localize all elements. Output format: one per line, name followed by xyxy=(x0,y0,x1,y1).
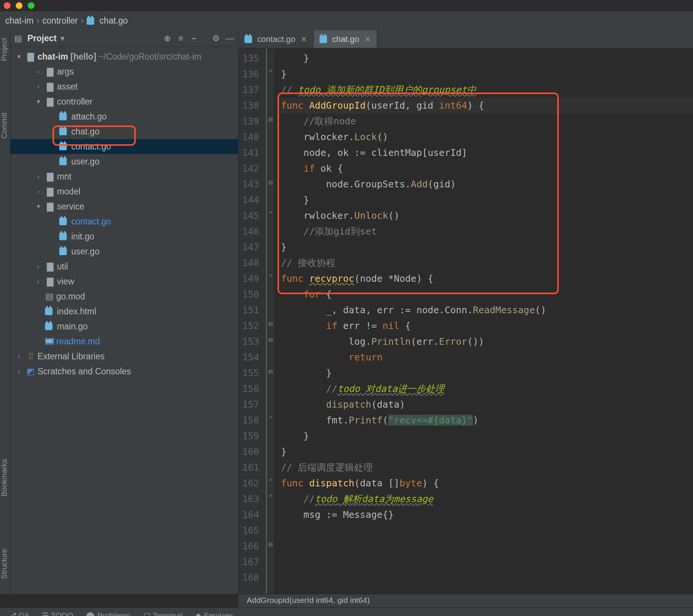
folder-icon: ▇ xyxy=(26,52,35,62)
tree-main[interactable]: main.go xyxy=(10,319,238,334)
chevron-down-icon[interactable]: ▾ xyxy=(33,97,44,106)
md-file-icon: MD xyxy=(45,338,54,345)
go-file-icon xyxy=(59,218,67,225)
bottom-terminal[interactable]: ▢ Terminal xyxy=(143,611,183,616)
chevron-down-icon[interactable]: ▾ xyxy=(14,52,24,61)
chevron-down-icon[interactable]: ▾ xyxy=(60,34,64,43)
chevron-down-icon[interactable]: ▾ xyxy=(33,202,44,211)
tree-gomod[interactable]: ▤go.mod xyxy=(10,289,238,304)
chevron-right-icon[interactable]: › xyxy=(33,188,44,196)
chevron-right-icon[interactable]: › xyxy=(14,353,24,360)
chevron-right-icon[interactable]: › xyxy=(33,263,44,271)
bottom-git[interactable]: ⎇ Git xyxy=(8,611,29,616)
go-file-icon xyxy=(87,17,94,25)
bottom-todo[interactable]: ☰ TODO xyxy=(42,611,74,616)
min-dot[interactable] xyxy=(16,2,22,9)
bottom-services[interactable]: ◆ Services xyxy=(195,611,234,616)
fold-column: ⌃⊟⊟⌃⌃⊟⊟⊟⌃⌃⌃⊟ xyxy=(266,48,274,594)
tree-label: go.mod xyxy=(56,292,85,302)
crumb-root[interactable]: chat-im xyxy=(5,16,33,26)
rail-project[interactable]: Project xyxy=(0,38,9,61)
code-area[interactable]: 1351361371381391401411421431441451461471… xyxy=(238,48,693,594)
tree-index[interactable]: index.html xyxy=(10,304,238,319)
gear-icon[interactable]: ⚙ xyxy=(211,34,221,43)
tree-label: chat.go xyxy=(71,127,99,137)
tree-model[interactable]: ›▇model xyxy=(10,184,238,199)
tree-label: External Libraries xyxy=(38,351,105,362)
tree-chat[interactable]: chat.go xyxy=(10,124,238,139)
main-layout: Project Commit Bookmarks Structure ▤ Pro… xyxy=(0,30,693,594)
close-icon[interactable]: ✕ xyxy=(364,35,371,44)
locate-icon[interactable]: ⊕ xyxy=(162,34,172,43)
chevron-right-icon[interactable]: › xyxy=(33,83,44,91)
tree-contact[interactable]: contact.go xyxy=(10,139,238,154)
rail-structure[interactable]: Structure xyxy=(0,549,9,579)
tree-service[interactable]: ▾▇service xyxy=(10,199,238,214)
tree-svc-init[interactable]: init.go xyxy=(10,229,238,244)
panel-icon: ▤ xyxy=(14,34,22,43)
tree-svc-user[interactable]: user.go xyxy=(10,244,238,259)
go-file-icon xyxy=(59,143,67,150)
tree-label: util xyxy=(57,262,68,272)
tree-label: main.go xyxy=(57,321,88,332)
tab-chat[interactable]: chat.go✕ xyxy=(314,30,377,48)
crumb-file[interactable]: chat.go xyxy=(99,16,128,26)
tree-label: chat-im xyxy=(38,52,68,62)
tree-mnt[interactable]: ›▇mnt xyxy=(10,169,238,184)
collapse-all-icon[interactable]: ⫟ xyxy=(189,34,199,43)
left-toolwindow-rail: Project Commit Bookmarks Structure xyxy=(0,30,10,594)
tree-label: Scratches and Consoles xyxy=(38,366,131,377)
folder-icon: ▇ xyxy=(46,187,55,197)
tree-svc-contact[interactable]: contact.go xyxy=(10,214,238,229)
library-icon: ⦙⦙⦙ xyxy=(26,351,35,362)
gutter: 1351361371381391401411421431441451461471… xyxy=(238,48,266,594)
hide-icon[interactable]: — xyxy=(225,34,234,43)
tab-contact[interactable]: contact.go✕ xyxy=(238,30,314,48)
close-dot[interactable] xyxy=(4,2,10,9)
tree-user[interactable]: user.go xyxy=(10,154,238,169)
tree-view[interactable]: ›▇view xyxy=(10,274,238,289)
tree-label: asset xyxy=(57,82,78,92)
tree-scratch[interactable]: ›◩Scratches and Consoles xyxy=(10,364,238,379)
go-file-icon xyxy=(59,158,67,165)
folder-icon: ▇ xyxy=(46,67,55,77)
tree-args[interactable]: ›▇args xyxy=(10,64,238,79)
go-file-icon xyxy=(59,233,67,240)
chevron-right-icon[interactable]: › xyxy=(33,173,44,181)
expand-all-icon[interactable]: ≡ xyxy=(176,34,186,43)
tree-label: mnt xyxy=(57,172,71,182)
tree-root[interactable]: ▾▇ chat-im [hello] ~/Code/goRoot/src/cha… xyxy=(10,49,238,64)
tab-label: chat.go xyxy=(332,34,359,44)
tree-readme[interactable]: MDreadme.md xyxy=(10,334,238,349)
go-file-icon xyxy=(45,323,52,330)
chevron-right-icon[interactable]: › xyxy=(33,278,44,286)
tree-extlib[interactable]: ›⦙⦙⦙External Libraries xyxy=(10,349,238,364)
bottom-problems[interactable]: ⬤ Problems xyxy=(86,611,130,616)
crumb-controller[interactable]: controller xyxy=(42,16,78,26)
code-lines[interactable]: } } // todo 添加新的群ID到用户的groupset中 func Ad… xyxy=(274,48,693,594)
close-icon[interactable]: ✕ xyxy=(301,35,307,44)
folder-icon: ▇ xyxy=(46,277,55,287)
tree-util[interactable]: ›▇util xyxy=(10,259,238,274)
go-file-icon xyxy=(59,128,67,135)
chevron-right-icon[interactable]: › xyxy=(14,368,24,375)
project-tree: ▾▇ chat-im [hello] ~/Code/goRoot/src/cha… xyxy=(10,47,238,594)
tree-label: model xyxy=(57,187,81,197)
max-dot[interactable] xyxy=(28,2,34,9)
tree-label: index.html xyxy=(57,307,96,317)
go-file-icon xyxy=(320,36,327,43)
panel-title: Project xyxy=(27,33,57,43)
breadcrumb: chat-im › controller › chat.go xyxy=(0,11,693,30)
tree-attach[interactable]: attach.go xyxy=(10,109,238,124)
rail-commit[interactable]: Commit xyxy=(0,113,9,139)
tree-asset[interactable]: ›▇asset xyxy=(10,79,238,94)
tree-label: init.go xyxy=(71,232,94,242)
tree-label: args xyxy=(57,67,74,77)
folder-icon: ▇ xyxy=(46,202,55,212)
tree-label: contact.go xyxy=(71,217,111,227)
tree-controller[interactable]: ▾▇controller xyxy=(10,94,238,109)
go-file-icon xyxy=(59,248,67,255)
chevron-right-icon[interactable]: › xyxy=(33,68,44,76)
folder-icon: ▇ xyxy=(46,82,55,92)
rail-bookmarks[interactable]: Bookmarks xyxy=(0,459,9,496)
